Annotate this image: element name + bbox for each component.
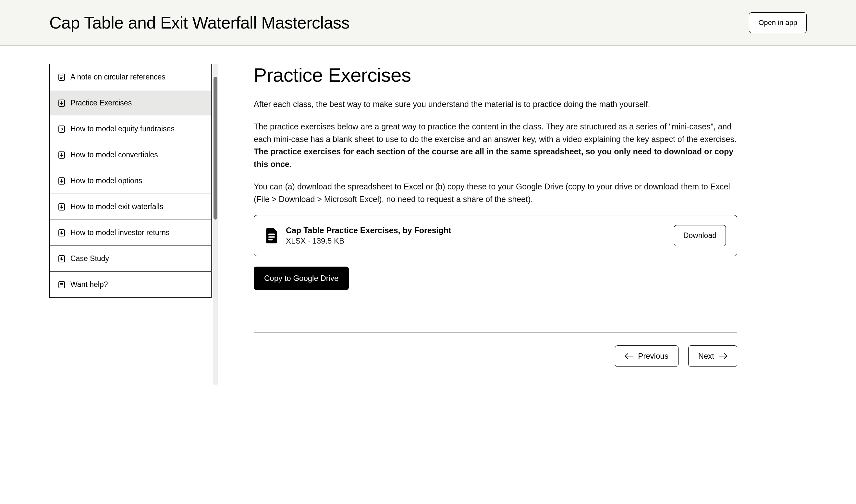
- divider: [254, 332, 737, 332]
- sidebar: A note on circular referencesPractice Ex…: [49, 64, 212, 385]
- sidebar-item-label: Practice Exercises: [70, 98, 203, 108]
- next-label: Next: [698, 352, 714, 361]
- arrow-left-icon: [625, 353, 634, 359]
- sidebar-item[interactable]: Practice Exercises: [50, 90, 211, 116]
- file-meta: XLSX · 139.5 KB: [286, 236, 666, 246]
- previous-button[interactable]: Previous: [615, 345, 678, 367]
- sidebar-item-label: Case Study: [70, 254, 203, 264]
- sidebar-item[interactable]: How to model options: [50, 168, 211, 194]
- download-icon: [58, 255, 65, 263]
- download-icon: [58, 151, 65, 159]
- open-in-app-button[interactable]: Open in app: [749, 12, 807, 33]
- document-icon: [58, 281, 65, 288]
- sidebar-item[interactable]: Case Study: [50, 246, 211, 272]
- svg-rect-17: [268, 239, 272, 240]
- previous-label: Previous: [638, 352, 668, 361]
- sidebar-item-label: How to model equity fundraises: [70, 124, 203, 134]
- download-icon: [58, 177, 65, 184]
- file-info: Cap Table Practice Exercises, by Foresig…: [286, 226, 666, 246]
- sidebar-item-label: A note on circular references: [70, 72, 203, 82]
- download-button[interactable]: Download: [674, 225, 726, 246]
- header: Cap Table and Exit Waterfall Masterclass…: [0, 0, 856, 46]
- sidebar-item-label: How to model investor returns: [70, 228, 203, 238]
- file-icon: [265, 228, 278, 244]
- play-icon: [58, 126, 65, 133]
- download-icon: [58, 100, 65, 107]
- sidebar-item[interactable]: How to model exit waterfalls: [50, 194, 211, 220]
- file-download-card: Cap Table Practice Exercises, by Foresig…: [254, 215, 737, 256]
- para2-bold: The practice exercises for each section …: [254, 147, 733, 169]
- intro-paragraph-3: You can (a) download the spreadsheet to …: [254, 180, 737, 205]
- intro-paragraph-1: After each class, the best way to make s…: [254, 98, 737, 111]
- pager: Previous Next: [254, 345, 737, 367]
- sidebar-item[interactable]: Want help?: [50, 272, 211, 298]
- download-icon: [58, 203, 65, 211]
- sidebar-item-label: How to model options: [70, 176, 203, 186]
- sidebar-item-label: Want help?: [70, 280, 203, 290]
- page-title: Practice Exercises: [254, 64, 737, 86]
- sidebar-list[interactable]: A note on circular referencesPractice Ex…: [49, 64, 212, 298]
- svg-rect-5: [59, 126, 65, 132]
- svg-rect-15: [268, 234, 275, 235]
- sidebar-item[interactable]: How to model investor returns: [50, 220, 211, 246]
- svg-rect-16: [268, 236, 275, 237]
- sidebar-item[interactable]: How to model convertibles: [50, 142, 211, 168]
- course-title: Cap Table and Exit Waterfall Masterclass: [49, 13, 350, 32]
- sidebar-item[interactable]: How to model equity fundraises: [50, 116, 211, 142]
- file-name: Cap Table Practice Exercises, by Foresig…: [286, 226, 666, 235]
- para2-text: The practice exercises below are a great…: [254, 122, 736, 144]
- arrow-right-icon: [719, 353, 727, 359]
- main-content: Practice Exercises After each class, the…: [212, 46, 737, 385]
- document-icon: [58, 74, 65, 81]
- sidebar-item-label: How to model exit waterfalls: [70, 202, 203, 212]
- copy-to-drive-button[interactable]: Copy to Google Drive: [254, 267, 349, 290]
- next-button[interactable]: Next: [688, 345, 737, 367]
- intro-paragraph-2: The practice exercises below are a great…: [254, 120, 737, 170]
- sidebar-item-label: How to model convertibles: [70, 150, 203, 160]
- sidebar-item[interactable]: A note on circular references: [50, 64, 211, 90]
- download-icon: [58, 229, 65, 236]
